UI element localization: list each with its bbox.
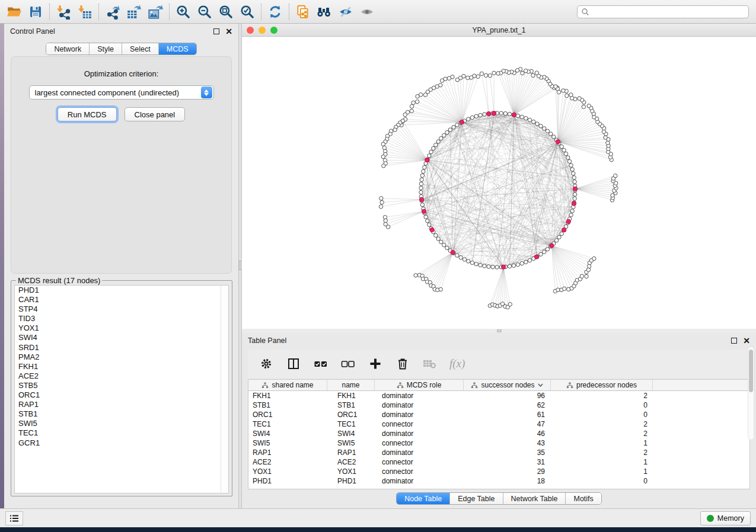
new-network-from-selection-button[interactable]: [292, 2, 314, 22]
cell-name[interactable]: RAP1: [327, 448, 375, 457]
cell-predecessor-nodes[interactable]: 1: [551, 438, 653, 448]
zoom-selected-button[interactable]: [237, 2, 258, 22]
mcds-result-item[interactable]: STB1: [15, 409, 228, 419]
export-network-button[interactable]: [102, 2, 123, 22]
table-row[interactable]: TEC1TEC1connector472: [248, 419, 749, 429]
mcds-result-item[interactable]: ACE2: [15, 371, 228, 381]
cell-predecessor-nodes[interactable]: 0: [551, 400, 653, 410]
float-panel-icon[interactable]: [731, 338, 737, 344]
cell-name[interactable]: TEC1: [327, 419, 375, 429]
cell-successor-nodes[interactable]: 61: [464, 410, 551, 419]
cell-mcds-role[interactable]: connector: [375, 467, 464, 476]
mcds-result-item[interactable]: CAR1: [15, 295, 228, 305]
select-all-button[interactable]: [313, 356, 328, 371]
mcds-result-item[interactable]: STB5: [15, 381, 228, 390]
open-file-button[interactable]: [4, 2, 25, 22]
cell-name[interactable]: SWI4: [327, 429, 375, 438]
close-panel-icon[interactable]: ✕: [225, 28, 232, 34]
table-row[interactable]: FKH1FKH1dominator962: [248, 391, 749, 400]
list-scrollbar-track[interactable]: [221, 286, 228, 493]
cell-mcds-role[interactable]: connector: [375, 419, 464, 429]
network-canvas[interactable]: [242, 37, 756, 329]
show-all-button[interactable]: [356, 2, 378, 22]
tab-network[interactable]: Network: [46, 43, 90, 55]
cell-successor-nodes[interactable]: 47: [464, 419, 551, 429]
cell-successor-nodes[interactable]: 29: [464, 467, 551, 476]
mcds-result-item[interactable]: PMA2: [15, 352, 228, 362]
cell-name[interactable]: PHD1: [327, 476, 375, 486]
cell-predecessor-nodes[interactable]: 0: [551, 410, 653, 419]
cell-shared-name[interactable]: PHD1: [248, 476, 327, 486]
cell-mcds-role[interactable]: dominator: [375, 448, 464, 457]
horizontal-splitter[interactable]: [242, 329, 756, 333]
cell-shared-name[interactable]: YOX1: [248, 467, 327, 476]
cell-predecessor-nodes[interactable]: 2: [551, 448, 653, 457]
cell-name[interactable]: FKH1: [327, 391, 375, 400]
mcds-result-item[interactable]: RAP1: [15, 400, 228, 409]
criterion-dropdown[interactable]: largest connected component (undirected): [29, 85, 214, 100]
float-panel-icon[interactable]: [213, 28, 219, 34]
zoom-fit-button[interactable]: [215, 2, 237, 22]
show-panels-button[interactable]: [5, 511, 23, 525]
zoom-in-button[interactable]: [173, 2, 194, 22]
column-visibility-button[interactable]: [286, 356, 301, 371]
cell-shared-name[interactable]: FKH1: [248, 391, 327, 400]
first-neighbors-button[interactable]: [314, 2, 335, 22]
table-row[interactable]: STB1STB1dominator620: [248, 400, 749, 410]
tab-style[interactable]: Style: [90, 43, 122, 55]
cell-mcds-role[interactable]: connector: [375, 438, 464, 448]
cell-mcds-role[interactable]: dominator: [375, 391, 464, 400]
table-row[interactable]: PHD1PHD1dominator180: [248, 476, 749, 486]
column-header-MCDS-role[interactable]: MCDS role: [375, 380, 464, 390]
run-mcds-button[interactable]: Run MCDS: [58, 107, 117, 121]
tab-motifs[interactable]: Motifs: [566, 493, 601, 504]
cell-name[interactable]: ACE2: [327, 457, 375, 467]
apply-layout-button[interactable]: [264, 2, 286, 22]
tab-node-table[interactable]: Node Table: [397, 493, 450, 504]
cell-successor-nodes[interactable]: 62: [464, 400, 551, 410]
mcds-result-item[interactable]: FKH1: [15, 362, 228, 371]
table-scrollbar-track[interactable]: [748, 347, 754, 440]
cell-name[interactable]: SWI5: [327, 438, 375, 448]
save-session-button[interactable]: [25, 2, 46, 22]
cell-predecessor-nodes[interactable]: 1: [551, 457, 653, 467]
mcds-result-list[interactable]: PHD1CAR1STP4TID3YOX1SWI4SRD1PMA2FKH1ACE2…: [14, 285, 229, 493]
delete-table-button[interactable]: [422, 356, 438, 371]
table-row[interactable]: SWI5SWI5connector431: [248, 438, 749, 448]
splitter-handle[interactable]: [497, 329, 502, 332]
cell-shared-name[interactable]: STB1: [248, 400, 327, 410]
mcds-result-item[interactable]: SWI5: [15, 419, 228, 428]
close-panel-button[interactable]: Close panel: [125, 107, 186, 121]
column-header-predecessor-nodes[interactable]: predecessor nodes: [551, 380, 653, 390]
hide-selected-button[interactable]: [335, 2, 356, 22]
table-scrollbar-thumb[interactable]: [749, 350, 753, 392]
tab-mcds[interactable]: MCDS: [159, 43, 196, 55]
search-field[interactable]: [577, 5, 749, 18]
add-column-button[interactable]: [368, 356, 383, 371]
export-table-button[interactable]: [123, 2, 145, 22]
cell-name[interactable]: YOX1: [327, 467, 375, 476]
mcds-result-item[interactable]: STP4: [15, 305, 228, 314]
tab-select[interactable]: Select: [122, 43, 159, 55]
delete-column-button[interactable]: [395, 356, 410, 371]
zoom-out-button[interactable]: [194, 2, 215, 22]
function-builder-button[interactable]: f(x): [449, 357, 465, 370]
cell-predecessor-nodes[interactable]: 0: [551, 476, 653, 486]
mcds-result-item[interactable]: ORC1: [15, 390, 228, 400]
cell-name[interactable]: STB1: [327, 400, 375, 410]
import-table-button[interactable]: [74, 2, 95, 22]
cell-predecessor-nodes[interactable]: 1: [551, 467, 653, 476]
mcds-result-item[interactable]: PHD1: [15, 286, 228, 295]
deselect-all-button[interactable]: [340, 356, 356, 371]
tab-network-table[interactable]: Network Table: [503, 493, 566, 504]
cell-mcds-role[interactable]: dominator: [375, 476, 464, 486]
cell-name[interactable]: ORC1: [327, 410, 375, 419]
cell-successor-nodes[interactable]: 35: [464, 448, 551, 457]
table-row[interactable]: YOX1YOX1connector291: [248, 467, 749, 476]
column-header-successor-nodes[interactable]: successor nodes: [464, 380, 551, 390]
memory-button[interactable]: Memory: [700, 511, 751, 525]
edge-layer[interactable]: [381, 69, 617, 307]
cell-successor-nodes[interactable]: 31: [464, 457, 551, 467]
table-row[interactable]: SWI4SWI4dominator462: [248, 429, 749, 438]
tab-edge-table[interactable]: Edge Table: [450, 493, 503, 504]
